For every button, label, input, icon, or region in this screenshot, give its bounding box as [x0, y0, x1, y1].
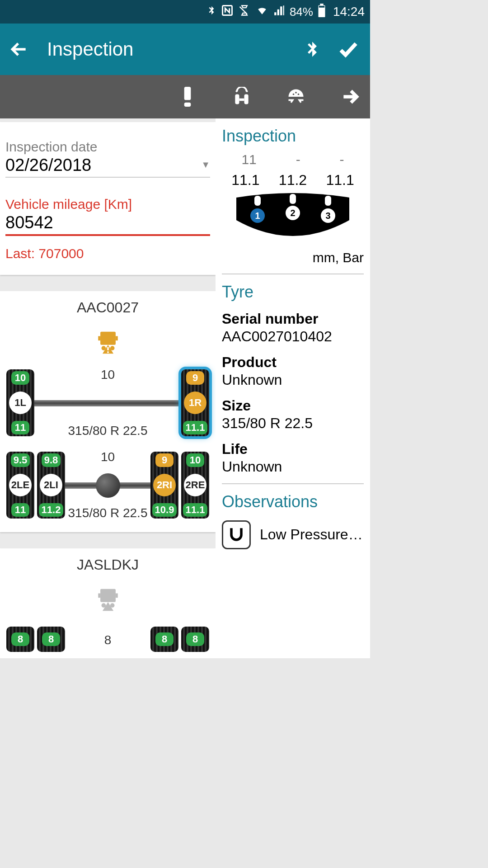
svg-rect-24: [254, 196, 261, 206]
size-label: Size: [222, 397, 364, 414]
svg-rect-19: [100, 589, 116, 602]
svg-text:2: 2: [290, 208, 295, 218]
left-panel: Inspection date 02/26/2018 ▼ Vehicle mil…: [0, 118, 216, 658]
page-title: Inspection: [47, 38, 290, 60]
mileage-label: Vehicle mileage [Km]: [5, 197, 210, 212]
mileage-field[interactable]: Vehicle mileage [Km] 80542 Last: 707000: [5, 197, 210, 261]
svg-text:1: 1: [255, 211, 260, 221]
depth-row-1: 11 - -: [222, 152, 364, 167]
inspection-heading: Inspection: [222, 127, 364, 146]
vehicle-card-1: AAC0027 10 10 1L 11 9 1R 11: [0, 291, 216, 532]
axle-1: 10 10 1L 11 9 1R 11.1 315/80 R 22.5: [5, 369, 211, 436]
axle1-pressure: 10: [5, 368, 211, 382]
svg-point-11: [298, 94, 300, 95]
axle-2: 10 9.5 2LE 11 9.8 2LI 11.2 9: [5, 452, 211, 519]
date-field[interactable]: Inspection date 02/26/2018 ▼: [5, 139, 210, 178]
axle-swap-icon[interactable]: [231, 86, 253, 108]
svg-rect-17: [107, 347, 108, 350]
v2-tyre-r2[interactable]: 8: [181, 627, 209, 652]
bluetooth-button[interactable]: [299, 36, 326, 63]
differential-icon: [96, 473, 120, 498]
nfc-icon: [221, 4, 234, 20]
svg-rect-26: [325, 196, 331, 206]
svg-rect-2: [320, 4, 324, 5]
axle2-size: 315/80 R 22.5: [5, 506, 211, 520]
observation-item[interactable]: Low Pressure…: [222, 520, 364, 549]
svg-rect-21: [115, 594, 117, 598]
svg-rect-7: [244, 94, 249, 104]
observation-text: Low Pressure…: [260, 527, 363, 542]
tyre-heading: Tyre: [222, 283, 364, 302]
alert-icon[interactable]: [177, 86, 198, 108]
app-bar: Inspection: [0, 24, 370, 75]
product-value: Unknown: [222, 372, 364, 388]
battery-icon: [318, 4, 326, 20]
v2-tyre-l2[interactable]: 8: [37, 627, 65, 652]
size-value: 315/80 R 22.5: [222, 415, 364, 432]
vibrate-icon: [238, 4, 251, 20]
status-bar: 84% 14:24: [0, 0, 370, 24]
truck-icon-grey: [5, 587, 211, 613]
svg-text:3: 3: [325, 211, 330, 221]
back-button[interactable]: [8, 38, 30, 60]
svg-rect-5: [184, 103, 191, 107]
detail-panel: Inspection 11 - - 11.1 11.2 11.1 1 2 3 m…: [216, 118, 370, 658]
life-value: Unknown: [222, 458, 364, 475]
tyre-icon[interactable]: [285, 86, 307, 108]
life-label: Life: [222, 441, 364, 458]
wifi-icon: [255, 5, 269, 19]
dropdown-icon: ▼: [201, 160, 210, 170]
svg-rect-6: [235, 94, 239, 104]
mileage-value: 80542: [5, 213, 210, 232]
date-label: Inspection date: [5, 139, 210, 155]
confirm-button[interactable]: [335, 36, 362, 63]
vehicle-card-2: JASLDKJ 8 8 8 8 8: [0, 548, 216, 658]
tread-diagram: 1 2 3: [232, 193, 354, 247]
units-label: mm, Bar: [222, 250, 364, 265]
v2-tyre-r1[interactable]: 8: [150, 627, 178, 652]
svg-rect-4: [184, 87, 191, 100]
v2-tyre-l1[interactable]: 8: [6, 627, 34, 652]
product-label: Product: [222, 354, 364, 371]
observations-heading: Observations: [222, 492, 364, 511]
svg-rect-20: [98, 594, 100, 598]
svg-rect-13: [98, 336, 100, 341]
clock: 14:24: [333, 5, 365, 19]
battery-percent: 84%: [290, 5, 313, 19]
truck-warning-icon: [5, 330, 211, 356]
next-button[interactable]: [339, 86, 361, 108]
depth-row-2: 11.1 11.2 11.1: [222, 172, 364, 189]
svg-rect-25: [290, 194, 296, 204]
svg-rect-18: [107, 351, 108, 353]
axle1-size: 315/80 R 22.5: [5, 424, 211, 438]
serial-value: AAC0027010402: [222, 328, 364, 345]
vehicle-id: AAC0027: [5, 299, 211, 316]
inspection-form-card: Inspection date 02/26/2018 ▼ Vehicle mil…: [0, 122, 216, 275]
svg-rect-3: [319, 6, 325, 8]
vehicle2-axle1: 8 8 8 8 8: [5, 627, 211, 652]
svg-rect-8: [239, 99, 244, 101]
bluetooth-icon: [206, 4, 216, 20]
low-pressure-icon: [222, 520, 251, 549]
svg-point-10: [295, 92, 297, 94]
date-value: 02/26/2018: [5, 156, 91, 175]
axle2-pressure: 10: [5, 450, 211, 464]
serial-label: Serial number: [222, 311, 364, 327]
svg-rect-14: [115, 336, 117, 341]
mileage-last: Last: 707000: [5, 246, 210, 261]
action-toolbar: [0, 75, 370, 118]
svg-rect-12: [100, 332, 116, 345]
vehicle2-id: JASLDKJ: [5, 557, 211, 573]
svg-point-9: [293, 94, 295, 95]
signal-icon: [273, 5, 285, 19]
